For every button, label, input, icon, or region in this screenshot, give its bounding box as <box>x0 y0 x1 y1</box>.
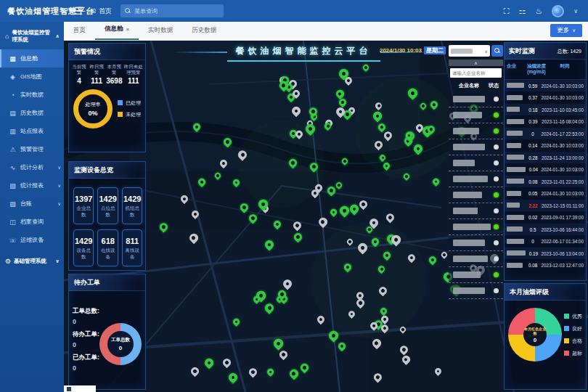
close-icon[interactable]: × <box>126 26 130 33</box>
map-marker[interactable] <box>372 372 384 383</box>
map-marker[interactable] <box>429 99 440 110</box>
map-marker[interactable] <box>293 232 304 243</box>
company-row[interactable] <box>449 171 503 187</box>
sidebar-group-restaurant-system[interactable]: ⌂ 餐饮油烟监控管理系统 ∧ <box>0 22 64 49</box>
realtime-row[interactable]: 0.182023-11-10 03:45:00 <box>505 104 586 116</box>
tab-realtime-data[interactable]: 实时数据 <box>139 22 182 40</box>
realtime-row[interactable]: 0.052024-01-30 10:03:00 <box>505 187 586 200</box>
map-marker[interactable] <box>247 367 258 378</box>
map-marker[interactable] <box>190 209 200 219</box>
map-marker[interactable] <box>179 194 189 204</box>
sidebar-item-gis-map[interactable]: ◈GIS地图 <box>0 68 64 86</box>
map-marker[interactable] <box>282 278 294 290</box>
chevron-down-icon[interactable]: ∨ <box>573 8 578 15</box>
map-marker[interactable] <box>271 338 285 351</box>
realtime-row[interactable]: 02024-01-17 22:53:00 <box>505 128 586 140</box>
company-row[interactable] <box>449 139 503 155</box>
company-row[interactable] <box>449 107 503 123</box>
map-marker[interactable] <box>232 317 240 326</box>
map-marker[interactable] <box>428 255 438 266</box>
map-marker[interactable] <box>377 264 386 274</box>
map-marker[interactable] <box>346 237 354 245</box>
map-marker[interactable] <box>412 143 425 155</box>
map-marker[interactable] <box>189 366 200 377</box>
map-marker[interactable] <box>433 367 443 376</box>
map-marker[interactable] <box>431 177 440 186</box>
company-row[interactable] <box>449 91 503 107</box>
map-marker[interactable] <box>317 216 328 227</box>
map-marker[interactable] <box>338 204 351 217</box>
realtime-row[interactable]: 0.082023-12-03 12:47:00 <box>505 259 586 271</box>
realtime-row[interactable]: 0.022023-09-01 17:39:00 <box>505 211 586 224</box>
company-row[interactable] <box>449 219 503 235</box>
map-marker[interactable] <box>214 171 223 180</box>
map-marker[interactable] <box>248 213 259 224</box>
map-marker[interactable] <box>379 306 388 316</box>
map-marker[interactable] <box>347 309 356 319</box>
company-row[interactable] <box>449 123 503 139</box>
user-avatar[interactable] <box>552 5 564 17</box>
company-name-search[interactable] <box>450 68 502 78</box>
company-row[interactable] <box>449 267 503 283</box>
map-marker[interactable] <box>407 253 417 264</box>
sidebar-item-maintenance-device[interactable]: ☏运维设备 <box>0 231 64 249</box>
map-marker[interactable] <box>343 262 354 273</box>
map-marker[interactable] <box>399 325 407 333</box>
tab-home[interactable]: 首页 <box>64 22 95 40</box>
map-marker[interactable] <box>287 367 299 379</box>
sidebar-item-stat-analysis[interactable]: ∿统计分析∨ <box>0 158 64 176</box>
map-marker[interactable] <box>420 102 428 110</box>
map-marker[interactable] <box>377 285 388 297</box>
tab-info-cabin[interactable]: 信息舱 × <box>95 20 139 40</box>
map-marker[interactable] <box>298 362 309 372</box>
sidebar-item-warning-mgmt[interactable]: ⚠预警管理 <box>0 140 64 158</box>
realtime-row[interactable]: 0.192023-10-06 13:04:00 <box>505 248 586 260</box>
realtime-row[interactable]: 0.142024-01-30 10:03:00 <box>505 139 586 152</box>
map-marker[interactable] <box>327 329 340 342</box>
realtime-row[interactable]: 2.222023-12-15 01:11:00 <box>505 200 586 212</box>
apps-icon[interactable]: ⚏ <box>518 7 526 15</box>
map-marker[interactable] <box>356 242 369 255</box>
map-marker[interactable] <box>232 178 241 187</box>
menu-search-input[interactable] <box>134 8 214 15</box>
sidebar-item-station-report[interactable]: ▥站点报表 <box>0 122 64 140</box>
company-row[interactable] <box>449 235 503 251</box>
map-marker[interactable] <box>355 298 366 309</box>
map-marker[interactable] <box>309 160 320 172</box>
sidebar-item-realtime-data[interactable]: ◔实时数据 <box>0 86 64 104</box>
realtime-row[interactable]: 0.372024-01-30 10:03:00 <box>505 91 586 104</box>
company-search-button[interactable] <box>491 45 503 57</box>
company-row[interactable] <box>449 155 503 171</box>
map-marker[interactable] <box>227 372 240 384</box>
sidebar-item-ledger[interactable]: ▨台账∨ <box>0 195 64 213</box>
map-marker[interactable] <box>335 89 346 99</box>
map-marker[interactable] <box>264 302 276 314</box>
map-marker[interactable] <box>385 211 396 223</box>
realtime-row[interactable]: 0.392023-11-16 08:04:00 <box>505 115 586 128</box>
map-marker[interactable] <box>287 158 298 168</box>
map-marker[interactable] <box>290 105 302 118</box>
map-marker[interactable] <box>266 367 274 376</box>
map-marker[interactable] <box>406 87 419 100</box>
map-marker[interactable] <box>402 172 411 181</box>
map-marker[interactable] <box>263 239 275 251</box>
company-row[interactable] <box>449 251 503 267</box>
sidebar-group-base-system[interactable]: ⚙ 基础管理系统 ∨ <box>0 250 64 271</box>
tab-history-data[interactable]: 历史数据 <box>182 22 226 40</box>
realtime-row[interactable]: 0.042024-01-30 10:03:00 <box>505 163 586 176</box>
map-marker[interactable] <box>236 149 249 162</box>
map-marker[interactable] <box>358 198 369 209</box>
realtime-row[interactable]: 0.52023-10-06 16:44:00 <box>505 224 586 236</box>
realtime-row[interactable]: 02022-06-17 01:34:00 <box>505 235 586 248</box>
home-nav[interactable]: ⊞ 首页 <box>91 7 113 16</box>
more-button[interactable]: 更多 ∨ <box>550 24 582 37</box>
map-marker[interactable] <box>219 158 229 168</box>
company-row[interactable] <box>449 203 503 219</box>
menu-search-box[interactable] <box>121 4 224 17</box>
map-marker[interactable] <box>379 154 388 163</box>
sidebar-item-history-data[interactable]: ▤历史数据 <box>0 104 64 122</box>
map-marker[interactable] <box>197 177 207 187</box>
map-marker[interactable] <box>188 232 200 244</box>
map-marker[interactable] <box>330 208 338 216</box>
map-marker[interactable] <box>222 136 234 148</box>
